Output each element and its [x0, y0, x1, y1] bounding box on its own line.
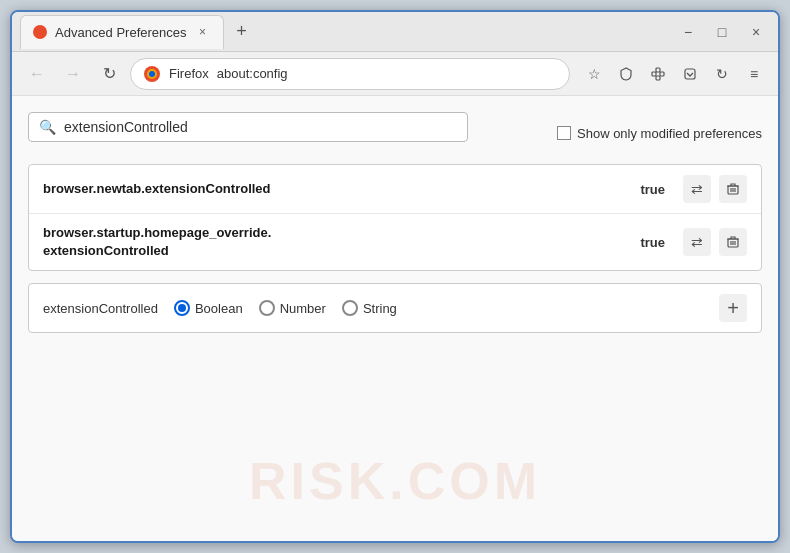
search-bar[interactable]: 🔍 [28, 112, 468, 142]
row-actions-1: ⇄ [683, 175, 747, 203]
svg-rect-6 [656, 76, 660, 80]
bookmark-button[interactable]: ☆ [580, 60, 608, 88]
shield-button[interactable] [612, 60, 640, 88]
type-radio-group: Boolean Number String [174, 300, 703, 316]
window-close-button[interactable]: × [742, 18, 770, 46]
svg-rect-7 [685, 69, 695, 79]
browser-tab[interactable]: Advanced Preferences × [20, 15, 224, 49]
delete-button-1[interactable] [719, 175, 747, 203]
page-content: RISK.COM 🔍 Show only modified preference… [12, 96, 778, 541]
pref-value-2: true [640, 235, 665, 250]
show-modified-checkbox-label[interactable]: Show only modified preferences [557, 126, 762, 141]
new-pref-name: extensionControlled [43, 301, 158, 316]
search-input[interactable] [64, 119, 457, 135]
url-display: about:config [217, 66, 288, 81]
radio-number-label: Number [280, 301, 326, 316]
maximize-button[interactable]: □ [708, 18, 736, 46]
sync-button[interactable]: ↻ [708, 60, 736, 88]
refresh-button[interactable]: ↻ [94, 59, 124, 89]
window-controls: − □ × [674, 18, 770, 46]
browser-window: Advanced Preferences × + − □ × ← → ↻ Fir… [10, 10, 780, 543]
address-bar[interactable]: Firefox about:config [130, 58, 570, 90]
pref-name-2-line1: browser.startup.homepage_override. [43, 225, 271, 240]
menu-button[interactable]: ≡ [740, 60, 768, 88]
radio-string-label: String [363, 301, 397, 316]
svg-rect-4 [660, 72, 664, 76]
svg-point-2 [149, 71, 155, 77]
show-modified-label: Show only modified preferences [577, 126, 762, 141]
radio-boolean-label: Boolean [195, 301, 243, 316]
row-actions-2: ⇄ [683, 228, 747, 256]
pref-name-2: browser.startup.homepage_override. exten… [43, 224, 630, 260]
svg-rect-5 [656, 68, 660, 72]
tab-close-button[interactable]: × [195, 24, 211, 40]
pref-name-1: browser.newtab.extensionControlled [43, 180, 630, 198]
radio-boolean[interactable]: Boolean [174, 300, 243, 316]
toggle-button-2[interactable]: ⇄ [683, 228, 711, 256]
radio-number[interactable]: Number [259, 300, 326, 316]
show-modified-checkbox[interactable] [557, 126, 571, 140]
svg-rect-3 [652, 72, 656, 76]
back-button[interactable]: ← [22, 59, 52, 89]
radio-string-outer [342, 300, 358, 316]
add-preference-button[interactable]: + [719, 294, 747, 322]
table-row: browser.startup.homepage_override. exten… [29, 214, 761, 270]
forward-button[interactable]: → [58, 59, 88, 89]
results-table: browser.newtab.extensionControlled true … [28, 164, 762, 271]
search-icon: 🔍 [39, 119, 56, 135]
radio-boolean-inner [178, 304, 186, 312]
table-row: browser.newtab.extensionControlled true … [29, 165, 761, 214]
toggle-button-1[interactable]: ⇄ [683, 175, 711, 203]
new-tab-button[interactable]: + [228, 18, 256, 46]
pref-value-1: true [640, 182, 665, 197]
pocket-button[interactable] [676, 60, 704, 88]
extension-button[interactable] [644, 60, 672, 88]
delete-button-2[interactable] [719, 228, 747, 256]
watermark: RISK.COM [249, 451, 541, 511]
tab-favicon [33, 25, 47, 39]
browser-toolbar: ← → ↻ Firefox about:config ☆ [12, 52, 778, 96]
toolbar-icons: ☆ ↻ ≡ [580, 60, 768, 88]
radio-boolean-outer [174, 300, 190, 316]
browser-name-label: Firefox [169, 66, 209, 81]
title-bar: Advanced Preferences × + − □ × [12, 12, 778, 52]
tab-label: Advanced Preferences [55, 25, 187, 40]
add-preference-row: extensionControlled Boolean Number Strin… [28, 283, 762, 333]
minimize-button[interactable]: − [674, 18, 702, 46]
radio-number-outer [259, 300, 275, 316]
firefox-logo [143, 65, 161, 83]
radio-string[interactable]: String [342, 300, 397, 316]
pref-name-2-line2: extensionControlled [43, 243, 169, 258]
